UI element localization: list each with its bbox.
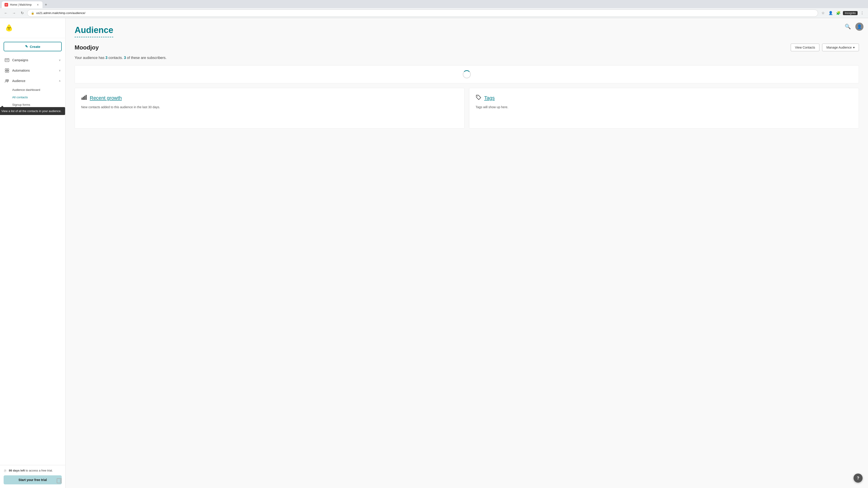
svg-rect-13: [82, 98, 83, 100]
tags-card: Tags Tags will show up here.: [469, 88, 859, 129]
audience-dashboard-label: Audience dashboard: [12, 88, 40, 92]
svg-point-12: [7, 79, 8, 81]
clock-icon: ⏱: [4, 469, 6, 473]
svg-point-3: [9, 27, 10, 28]
forward-button[interactable]: →: [11, 10, 17, 16]
tab-close-button[interactable]: ×: [36, 3, 40, 7]
lock-icon: 🔒: [31, 11, 34, 15]
profile-button[interactable]: 👤: [828, 10, 834, 16]
svg-rect-7: [5, 69, 7, 70]
contacts-suffix: of these are subscribers.: [126, 56, 166, 60]
sidebar-item-campaigns[interactable]: Campaigns ∨: [0, 55, 65, 65]
help-button[interactable]: ?: [854, 474, 863, 483]
sidebar-sub-all-contacts[interactable]: All contacts View a list of all the cont…: [0, 94, 65, 101]
contacts-prefix: Your audience has: [74, 56, 105, 60]
manage-audience-label: Manage Audience: [827, 46, 852, 49]
trial-notice: ⏱ 86 days left to access a free trial.: [4, 469, 62, 473]
refresh-button[interactable]: ↻: [19, 10, 25, 16]
svg-rect-9: [5, 71, 7, 72]
sidebar-header: [0, 18, 65, 38]
view-contacts-button[interactable]: View Contacts: [791, 43, 819, 51]
user-avatar[interactable]: 👤: [855, 23, 864, 31]
sidebar-item-audience[interactable]: Audience ∧: [0, 76, 65, 86]
loading-spinner: [463, 70, 471, 78]
loading-area: [74, 65, 859, 84]
trial-days: 86 days left: [9, 469, 25, 472]
svg-point-4: [8, 24, 10, 27]
sidebar-collapse-button[interactable]: [57, 478, 62, 484]
search-button[interactable]: 🔍: [844, 23, 852, 31]
audience-header: Moodjoy View Contacts Manage Audience ▾: [74, 43, 859, 51]
audience-actions: View Contacts Manage Audience ▾: [791, 43, 859, 51]
browser-chrome: M Home | Mailchimp × + ← → ↻ 🔒 us21.admi…: [0, 0, 868, 18]
svg-rect-8: [7, 69, 9, 70]
new-tab-button[interactable]: +: [43, 2, 49, 8]
all-contacts-label: All contacts: [12, 96, 28, 99]
tab-favicon: M: [4, 3, 8, 6]
svg-point-11: [6, 79, 7, 81]
svg-point-2: [8, 27, 8, 28]
automations-chevron: ∨: [59, 69, 61, 72]
toolbar-actions: ☆ 👤 🧩 Incognito ⋮: [820, 10, 865, 16]
collapse-icon: [57, 478, 62, 483]
tags-icon: [475, 94, 482, 102]
active-tab[interactable]: M Home | Mailchimp ×: [2, 1, 42, 8]
svg-point-17: [477, 96, 478, 97]
create-label: Create: [30, 45, 40, 48]
subscribers-count: 3: [124, 56, 126, 60]
mailchimp-logo[interactable]: [4, 23, 14, 33]
star-button[interactable]: ☆: [820, 10, 826, 16]
audience-icon: [4, 78, 9, 84]
campaigns-label: Campaigns: [12, 58, 56, 62]
all-contacts-tooltip: View a list of all the contacts in your …: [0, 107, 65, 115]
campaigns-chevron: ∨: [59, 59, 61, 62]
browser-tabs: M Home | Mailchimp × +: [0, 0, 868, 8]
tags-card-title[interactable]: Tags: [484, 95, 495, 101]
tags-title-row: Tags: [475, 94, 852, 102]
recent-growth-title[interactable]: Recent growth: [90, 95, 122, 101]
page-title: Audience: [74, 25, 113, 37]
audience-name: Moodjoy: [74, 44, 99, 51]
contacts-mid: contacts.: [107, 56, 124, 60]
svg-rect-10: [7, 71, 9, 72]
extension-button[interactable]: 🧩: [835, 10, 842, 16]
manage-audience-chevron: ▾: [853, 46, 855, 49]
svg-rect-15: [84, 96, 85, 100]
sidebar: ✎ Create Campaigns ∨ Automations ∨ Audie…: [0, 18, 66, 488]
trial-suffix: to access a free trial.: [25, 469, 53, 472]
audience-label: Audience: [12, 79, 56, 83]
main-content: 🔍 👤 Audience Moodjoy View Contacts Manag…: [66, 18, 868, 488]
sidebar-item-automations[interactable]: Automations ∨: [0, 65, 65, 76]
recent-growth-title-row: Recent growth: [81, 94, 458, 102]
tags-desc: Tags will show up here.: [475, 105, 852, 109]
contacts-count: 3: [105, 56, 107, 60]
svg-rect-14: [83, 97, 84, 100]
automations-label: Automations: [12, 69, 56, 72]
create-button[interactable]: ✎ Create: [4, 42, 62, 51]
app-layout: ✎ Create Campaigns ∨ Automations ∨ Audie…: [0, 18, 868, 488]
recent-growth-desc: New contacts added to this audience in t…: [81, 105, 458, 109]
recent-growth-icon: [81, 94, 87, 102]
browser-toolbar: ← → ↻ 🔒 us21.admin.mailchimp.com/audienc…: [0, 8, 868, 18]
contacts-summary: Your audience has 3 contacts. 3 of these…: [74, 56, 859, 60]
tooltip-text: View a list of all the contacts in your …: [1, 109, 61, 113]
signup-forms-label: Signup forms: [12, 103, 30, 106]
create-icon: ✎: [25, 44, 28, 48]
sidebar-sub-audience-dashboard[interactable]: Audience dashboard: [0, 86, 65, 94]
sidebar-footer: ⏱ 86 days left to access a free trial. S…: [0, 465, 65, 488]
incognito-badge[interactable]: Incognito: [843, 11, 858, 15]
address-bar[interactable]: 🔒 us21.admin.mailchimp.com/audience/: [27, 9, 818, 17]
audience-chevron: ∧: [59, 79, 61, 83]
back-button[interactable]: ←: [3, 10, 9, 16]
url-text: us21.admin.mailchimp.com/audience/: [36, 11, 814, 15]
manage-audience-button[interactable]: Manage Audience ▾: [822, 43, 859, 51]
automations-icon: [4, 68, 9, 73]
start-trial-button[interactable]: Start your free trial: [4, 475, 62, 484]
trial-text: 86 days left to access a free trial.: [9, 469, 53, 472]
recent-growth-card: Recent growth New contacts added to this…: [74, 88, 465, 129]
cards-grid: Recent growth New contacts added to this…: [74, 88, 859, 129]
tab-title: Home | Mailchimp: [10, 3, 34, 6]
campaigns-icon: [4, 58, 9, 63]
svg-point-6: [6, 59, 6, 60]
menu-button[interactable]: ⋮: [859, 10, 865, 16]
